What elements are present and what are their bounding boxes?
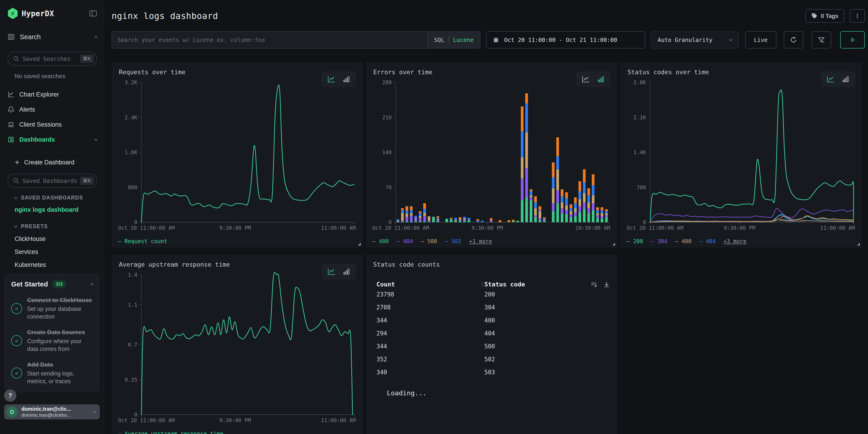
legend-item[interactable]: — Request count	[118, 238, 167, 245]
search-section-label: Search	[20, 33, 41, 41]
page-title[interactable]: nginx logs dashboard	[112, 11, 218, 21]
x-axis-label: 9:30:00 PM	[219, 417, 251, 423]
svg-text:1.6K: 1.6K	[125, 149, 137, 155]
panel-resize-handle[interactable]	[856, 241, 860, 246]
table-row[interactable]: 294404	[372, 327, 611, 340]
upstream-response-chart[interactable]: 00.350.71.11.4Oct 20 11:00:00 AM9:30:00 …	[118, 271, 357, 434]
legend-item[interactable]: — 200	[627, 238, 643, 245]
requests-plot-area[interactable]: 08001.6K2.4K3.2K	[118, 79, 357, 224]
column-header-status-code[interactable]: Status code	[484, 281, 590, 288]
sidebar-item-client-sessions[interactable]: Client Sessions	[0, 117, 104, 132]
svg-text:0: 0	[389, 219, 392, 224]
granularity-select[interactable]: Auto Granularity	[651, 31, 739, 49]
get-started-step[interactable]: Create Data Sources Configure where your…	[11, 329, 93, 353]
column-header-count[interactable]: Count	[376, 281, 479, 288]
legend-item[interactable]: — 400	[372, 238, 389, 245]
legend-item[interactable]: — 500	[421, 238, 437, 245]
get-started-step[interactable]: Connect to ClickHouse Set up your databa…	[11, 297, 93, 320]
x-axis-label: 9:30:00 PM	[472, 225, 503, 231]
chevron-up-icon[interactable]	[94, 139, 97, 142]
event-search-input[interactable]: Search your events w/ Lucene ex. column:…	[112, 31, 480, 49]
table-row[interactable]: 352502	[372, 353, 611, 366]
panel-resize-handle[interactable]	[356, 241, 361, 246]
sidebar-item-dashboards[interactable]: Dashboards	[0, 132, 104, 147]
saved-dashboards-header[interactable]: SAVED DASHBOARDS	[14, 195, 104, 201]
legend-item[interactable]: — 404	[699, 238, 716, 245]
toolbar: Search your events w/ Lucene ex. column:…	[112, 31, 865, 49]
legend-item[interactable]: — 304	[651, 238, 667, 245]
chevron-up-icon[interactable]	[94, 36, 97, 39]
sidebar-item-nginx-logs-dashboard[interactable]: nginx logs dashboard	[14, 206, 104, 213]
saved-searches-input[interactable]: Saved Searches ⌘K	[7, 52, 97, 66]
legend-item[interactable]: — 502	[445, 238, 461, 245]
sidebar-item-clickhouse[interactable]: ClickHouse	[14, 236, 104, 243]
collapse-sidebar-icon[interactable]	[89, 10, 97, 17]
svg-text:0.7: 0.7	[128, 342, 137, 348]
table-row[interactable]: 2708304	[372, 301, 611, 314]
table-row[interactable]: 344500	[372, 340, 611, 353]
create-dashboard-button[interactable]: Create Dashboard	[0, 156, 104, 169]
requests-chart[interactable]: 08001.6K2.4K3.2KOct 20 11:00:00 AM9:30:0…	[118, 79, 357, 245]
query-language-toggle[interactable]: SQL Lucene	[427, 32, 480, 48]
sidebar-section-search[interactable]: Search	[7, 32, 97, 41]
status-codes-chart[interactable]: 07001.4K2.1K2.8KOct 20 11:00:00 AM9:30:0…	[626, 79, 856, 245]
filter-icon	[817, 36, 825, 44]
cell-count: 23798	[376, 291, 484, 298]
chevron-up-icon[interactable]	[90, 283, 94, 286]
wrap-rows-icon[interactable]	[590, 281, 597, 288]
refresh-button[interactable]	[784, 31, 803, 49]
search-icon	[13, 56, 19, 62]
filter-button[interactable]	[811, 31, 831, 49]
get-started-step[interactable]: Add Data Start sending logs, metrics, or…	[11, 361, 93, 385]
get-started-progress-badge: 3/3	[52, 280, 66, 288]
panel-resize-handle[interactable]	[611, 241, 616, 246]
sidebar-item-services[interactable]: Services	[14, 248, 104, 255]
brand-name[interactable]: HyperDX	[22, 9, 54, 18]
run-query-button[interactable]	[840, 31, 865, 49]
tag-icon	[811, 13, 818, 19]
legend-more-link[interactable]: +3 more	[723, 238, 746, 245]
legend-more-link[interactable]: +1 more	[469, 238, 492, 245]
dashboards-icon	[7, 136, 14, 143]
cell-status-code: 502	[484, 356, 495, 363]
sql-toggle[interactable]: SQL	[434, 37, 444, 43]
download-icon[interactable]	[603, 281, 610, 288]
cell-status-code: 200	[484, 291, 495, 298]
column-resize-handle[interactable]: ⋮	[479, 283, 484, 286]
time-range-picker[interactable]: Oct 20 11:00:00 - Oct 21 11:00:00	[486, 31, 645, 49]
legend-item[interactable]: — 400	[675, 238, 691, 245]
svg-text:800: 800	[128, 184, 137, 190]
status-plot-area[interactable]: 07001.4K2.1K2.8K	[626, 79, 856, 224]
lucene-toggle[interactable]: Lucene	[453, 37, 474, 43]
errors-chart[interactable]: 070140210280Oct 20 11:00:00 AM9:30:00 PM…	[372, 79, 611, 245]
table-row[interactable]: 23798200	[372, 288, 611, 301]
more-options-button[interactable]	[850, 9, 865, 23]
kbd-shortcut: ⌘K	[80, 55, 94, 63]
svg-text:280: 280	[382, 80, 392, 85]
saved-dashboards-input[interactable]: Saved Dashboards ⌘K	[7, 174, 97, 188]
live-button[interactable]: Live	[745, 31, 776, 49]
presets-header[interactable]: PRESETS	[14, 223, 104, 229]
svg-text:0: 0	[643, 219, 646, 224]
table-row[interactable]: 344400	[372, 314, 611, 327]
legend-item[interactable]: — 404	[396, 238, 413, 245]
tags-button[interactable]: 0 Tags	[805, 9, 844, 23]
sidebar-item-kubernetes[interactable]: Kubernetes	[14, 261, 104, 269]
errors-plot-area[interactable]: 070140210280	[372, 79, 611, 224]
check-circle-icon	[11, 335, 22, 346]
table-loading-text: Loading...	[387, 389, 611, 397]
help-button[interactable]: ?	[4, 390, 17, 402]
laptop-icon	[7, 121, 14, 128]
sidebar-item-chart-explorer[interactable]: Chart Explorer	[0, 87, 104, 102]
svg-text:210: 210	[382, 115, 392, 120]
x-axis-label: 9:30:00 PM	[724, 225, 755, 231]
legend-item[interactable]: — Average upstream response time	[118, 431, 223, 434]
user-menu[interactable]: D dominic.tran@clic... dominic.tran@clic…	[4, 404, 100, 420]
sidebar-item-label: Client Sessions	[19, 121, 62, 128]
sidebar-item-alerts[interactable]: Alerts	[0, 102, 104, 117]
hyperdx-logo-icon: ⚡	[7, 8, 18, 19]
table-row[interactable]: 340503	[372, 366, 611, 379]
sidebar-item-label: Chart Explorer	[19, 91, 59, 98]
svg-text:0.35: 0.35	[125, 377, 137, 383]
upstream-plot-area[interactable]: 00.350.71.11.4	[118, 271, 357, 417]
